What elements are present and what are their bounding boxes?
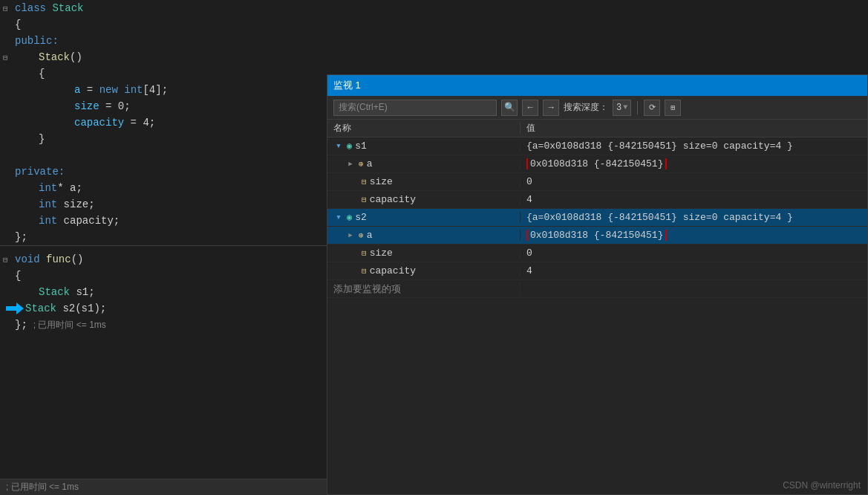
field-icon-s2-capacity: ⊟: [362, 266, 367, 276]
row-name-s2-a: ▶ ⊛ a: [327, 230, 521, 241]
code-line-9: }: [0, 131, 327, 147]
row-value-s2-size: 0: [521, 248, 867, 259]
row-value-s1-a: 0x0108d318 {-842150451}: [521, 158, 867, 169]
watch-row-s1-capacity[interactable]: ⊟ capacity 4: [327, 191, 867, 209]
code-line-8: capacity = 4;: [0, 114, 327, 131]
code-line-13: int size;: [0, 196, 327, 213]
section-divider: [0, 245, 327, 246]
watch-row-s1[interactable]: ▼ ◉ s1 {a=0x0108d318 {-842150451} size=0…: [327, 138, 867, 155]
row-name-add: 添加要监视的项: [327, 282, 521, 296]
depth-label: 搜索深度：: [564, 101, 608, 114]
code-line-4: ⊟ Stack(): [0, 49, 327, 65]
expand-icon-s1-size: [348, 177, 359, 187]
row-value-s1: {a=0x0108d318 {-842150451} size=0 capaci…: [521, 140, 867, 152]
refresh-button[interactable]: ⟳: [644, 100, 660, 116]
time-label: ; 已用时间 <= 1ms: [33, 319, 106, 331]
watch-row-s2-capacity[interactable]: ⊟ capacity 4: [327, 262, 867, 280]
watch-row-s1-a[interactable]: ▶ ⊛ a 0x0108d318 {-842150451}: [327, 155, 867, 173]
field-icon-s1-size: ⊟: [362, 177, 367, 187]
expand-icon-s1-a[interactable]: ▶: [345, 159, 356, 169]
arrow-right-icon: →: [548, 103, 553, 113]
code-line-14: int capacity;: [0, 213, 327, 229]
watch-title-bar: 监视 1: [327, 75, 867, 96]
code-line-15: };: [0, 229, 327, 245]
row-name-s2-capacity: ⊟ capacity: [327, 265, 521, 276]
code-line-2: {: [0, 16, 327, 33]
col-header-value: 值: [521, 122, 867, 135]
code-line-6: a = new int [4];: [0, 82, 327, 98]
collapse-icon-1[interactable]: ⊟: [3, 4, 15, 13]
code-line-f2: {: [0, 268, 327, 284]
search-box[interactable]: 搜索(Ctrl+E): [333, 100, 497, 116]
code-line-f5: }; ; 已用时间 <= 1ms: [0, 317, 327, 333]
row-value-s2-capacity: 4: [521, 265, 867, 276]
watch-icon-s2: ◉: [347, 212, 352, 223]
code-editor: ⊟ class Stack { public: ⊟ Stack() { a = …: [0, 0, 327, 495]
expand-icon-s2-a[interactable]: ▶: [345, 230, 356, 241]
code-line-f4: Stack s2(s1);: [0, 300, 327, 317]
row-value-s2: {a=0x0108d318 {-842150451} size=0 capaci…: [521, 212, 867, 223]
field-icon-s2-size: ⊟: [362, 248, 367, 258]
search-placeholder: 搜索(Ctrl+E): [339, 101, 388, 114]
field-icon-s1-capacity: ⊟: [362, 195, 367, 204]
code-line-12: int * a;: [0, 180, 327, 196]
watch-row-s2[interactable]: ▼ ◉ s2 {a=0x0108d318 {-842150451} size=0…: [327, 209, 867, 227]
code-line-f1: ⊟ void func(): [0, 251, 327, 268]
status-bar: ; 已用时间 <= 1ms: [0, 479, 327, 495]
nav-forward-button[interactable]: →: [543, 100, 559, 116]
watch-toolbar: 搜索(Ctrl+E) 🔍 ← → 搜索深度： 3 ▼ ⟳ ⊞: [327, 96, 867, 120]
row-value-s2-a: 0x0108d318 {-842150451}: [521, 230, 867, 241]
expand-icon-s2[interactable]: ▼: [333, 213, 344, 223]
expand-icon-s2-size: [348, 248, 359, 259]
expand-button[interactable]: ⊞: [665, 100, 681, 116]
code-line-10: [0, 147, 327, 164]
col-header-name: 名称: [327, 122, 521, 135]
row-name-s2: ▼ ◉ s2: [327, 212, 521, 223]
code-line-3: public:: [0, 33, 327, 49]
watch-title: 监视 1: [333, 79, 361, 92]
svg-marker-1: [16, 302, 24, 314]
code-line-7: size = 0;: [0, 98, 327, 114]
code-line-1: ⊟ class Stack: [0, 0, 327, 16]
expand-icon-s1-capacity: [348, 195, 359, 205]
row-name-s2-size: ⊟ size: [327, 248, 521, 259]
watermark: CSDN @winterright: [783, 480, 861, 491]
pointer-icon-s2-a: ⊛: [359, 230, 364, 240]
toolbar-separator: [637, 101, 638, 114]
watch-row-s1-size[interactable]: ⊟ size 0: [327, 173, 867, 191]
svg-rect-0: [6, 306, 16, 311]
expand-icon-s1[interactable]: ▼: [333, 141, 344, 152]
row-name-s1-capacity: ⊟ capacity: [327, 194, 521, 205]
row-value-s1-capacity: 4: [521, 194, 867, 205]
refresh-icon: ⟳: [649, 103, 656, 112]
watch-icon-s1: ◉: [347, 140, 352, 152]
nav-back-button[interactable]: ←: [522, 100, 538, 116]
arrow-left-icon: ←: [527, 103, 532, 113]
depth-value: 3 ▼: [613, 100, 631, 116]
watch-table-header: 名称 值: [327, 120, 867, 138]
expand-icon: ⊞: [670, 103, 675, 112]
row-name-s1-a: ▶ ⊛ a: [327, 158, 521, 169]
watch-panel: 监视 1 搜索(Ctrl+E) 🔍 ← → 搜索深度： 3 ▼ ⟳ ⊞ 名称: [327, 74, 868, 495]
watch-row-s2-size[interactable]: ⊟ size 0: [327, 245, 867, 262]
code-line-11: private:: [0, 164, 327, 180]
status-text: ; 已用时间 <= 1ms: [6, 481, 79, 494]
code-line-f3: Stack s1;: [0, 284, 327, 300]
search-icon: 🔍: [504, 102, 515, 113]
pointer-icon-s1-a: ⊛: [359, 159, 364, 169]
watch-add-row[interactable]: 添加要监视的项: [327, 280, 867, 298]
code-line-5: {: [0, 65, 327, 82]
search-button[interactable]: 🔍: [501, 100, 518, 116]
watch-table: 名称 值 ▼ ◉ s1 {a=0x0108d318 {-842150451} s…: [327, 120, 867, 494]
debug-arrow-icon: [6, 302, 24, 314]
watch-row-s2-a[interactable]: ▶ ⊛ a 0x0108d318 {-842150451}: [327, 227, 867, 245]
expand-icon-s2-capacity: [348, 266, 359, 276]
add-watch-label: 添加要监视的项: [333, 282, 401, 296]
row-name-s1: ▼ ◉ s1: [327, 140, 521, 152]
row-value-s1-size: 0: [521, 176, 867, 187]
row-name-s1-size: ⊟ size: [327, 176, 521, 187]
